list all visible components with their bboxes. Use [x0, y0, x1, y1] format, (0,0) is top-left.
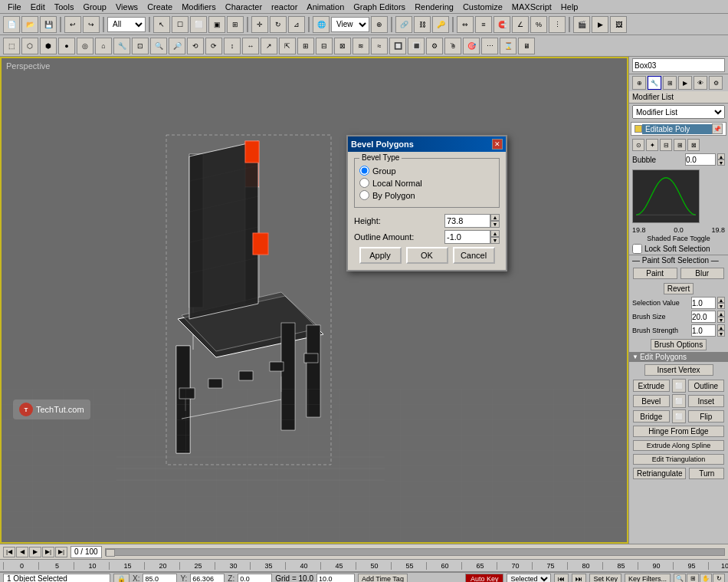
tb-move[interactable]: ✛ [251, 16, 268, 33]
tb2-25[interactable]: 🖱 [444, 38, 461, 54]
lock-soft-checkbox[interactable] [632, 244, 642, 254]
tb-save[interactable]: 💾 [40, 16, 57, 33]
ok-btn[interactable]: OK [406, 247, 448, 264]
tb2-24[interactable]: ⚙ [426, 38, 443, 54]
tb2-19[interactable]: ⊠ [334, 38, 351, 54]
sub-icon-3[interactable]: ⊟ [660, 139, 672, 151]
brush-str-up[interactable]: ▲ [717, 324, 725, 330]
paint-btn[interactable]: Paint [633, 268, 677, 279]
nav-orbit[interactable]: ↻ [713, 574, 725, 583]
selected-dropdown[interactable]: Selected [507, 574, 551, 583]
bubble-spin-down[interactable]: ▼ [717, 159, 725, 166]
tb2-21[interactable]: ≈ [371, 38, 388, 54]
tb-window[interactable]: ▣ [208, 16, 225, 33]
blur-btn[interactable]: Blur [680, 268, 725, 279]
outline-spin-down[interactable]: ▼ [490, 237, 500, 244]
tb2-8[interactable]: ⊡ [132, 38, 149, 54]
radio-by-polygon-input[interactable] [359, 190, 369, 200]
next-frame-btn[interactable]: ▶| [42, 547, 54, 557]
timeline-thumb[interactable] [106, 549, 115, 557]
brush-strength-input[interactable] [691, 324, 716, 337]
tb2-28[interactable]: ⌛ [500, 38, 516, 54]
tb-pivot[interactable]: ⊕ [371, 16, 388, 33]
tb2-17[interactable]: ⊞ [297, 38, 314, 54]
tb-bind[interactable]: 🔑 [432, 16, 449, 33]
tb-unlink[interactable]: ⛓ [414, 16, 431, 33]
sel-val-up[interactable]: ▲ [717, 297, 725, 303]
tb-scale[interactable]: ⊿ [288, 16, 305, 33]
edit-tri-btn[interactable]: Edit Triangulation [633, 454, 724, 465]
tb2-render[interactable]: 🖥 [518, 38, 535, 54]
tb2-7[interactable]: 🔧 [113, 38, 130, 54]
tb2-15[interactable]: ↗ [261, 38, 277, 54]
radio-group[interactable] [359, 166, 369, 176]
tb-view-dropdown[interactable]: View [331, 17, 369, 32]
tb-rotate[interactable]: ↻ [270, 16, 287, 33]
tb-snap[interactable]: 🧲 [494, 16, 510, 33]
radio-local-normal-input[interactable] [359, 178, 369, 188]
tab-hierarchy[interactable]: ⊞ [663, 76, 677, 90]
tb2-1[interactable]: ⬚ [3, 38, 20, 54]
tb2-2[interactable]: ⬡ [21, 38, 38, 54]
dialog-close-btn[interactable]: ✕ [492, 139, 503, 150]
tb2-27[interactable]: ⋯ [481, 38, 498, 54]
menu-group[interactable]: Group [78, 2, 111, 12]
bridge-settings[interactable]: ⬜ [672, 409, 686, 423]
tab-motion[interactable]: ▶ [678, 76, 692, 90]
nav-zoom[interactable]: 🔍 [674, 574, 686, 583]
menu-edit[interactable]: Edit [26, 2, 50, 12]
tb-open[interactable]: 📂 [21, 16, 38, 33]
outline-btn[interactable]: Outline [688, 380, 725, 392]
bevel-btn[interactable]: Bevel [633, 395, 670, 407]
tb2-20[interactable]: ≋ [353, 38, 369, 54]
add-time-tag-btn[interactable]: Add Time Tag [358, 574, 408, 583]
menu-modifiers[interactable]: Modifiers [177, 2, 221, 12]
turn-btn[interactable]: Turn [689, 468, 724, 479]
menu-character[interactable]: Character [221, 2, 267, 12]
set-key-btn[interactable]: Set Key [589, 574, 621, 583]
tb-mirror[interactable]: ⇔ [457, 16, 474, 33]
tb2-3[interactable]: ⬢ [40, 38, 57, 54]
tab-modify[interactable]: 🔧 [648, 76, 661, 90]
prev-key-btn[interactable]: ⏮ [554, 574, 569, 583]
bevel-settings[interactable]: ⬜ [672, 394, 686, 408]
tb2-22[interactable]: 🔲 [389, 38, 406, 54]
tb-region[interactable]: ⬜ [190, 16, 207, 33]
outline-spin-up[interactable]: ▲ [490, 230, 500, 237]
bridge-btn[interactable]: Bridge [633, 410, 670, 423]
tb-select[interactable]: ↖ [153, 16, 170, 33]
next-key-btn[interactable]: ⏭ [572, 574, 586, 583]
sub-icon-4[interactable]: ⊞ [674, 139, 686, 151]
bubble-input[interactable] [685, 153, 716, 166]
apply-btn[interactable]: Apply [359, 247, 402, 264]
y-input[interactable] [190, 574, 225, 583]
viewport[interactable]: Perspective [0, 57, 628, 544]
height-spin-up[interactable]: ▲ [490, 214, 500, 221]
sub-icon-2[interactable]: ✦ [646, 139, 658, 151]
tb-percent-snap[interactable]: % [530, 16, 547, 33]
brush-str-down[interactable]: ▼ [717, 330, 725, 337]
lock-btn[interactable]: 🔒 [113, 574, 130, 583]
brush-options-btn[interactable]: Brush Options [651, 339, 707, 350]
nav-pan[interactable]: ✋ [700, 574, 712, 583]
menu-customize[interactable]: Customize [458, 2, 507, 12]
sel-val-down[interactable]: ▼ [717, 303, 725, 309]
sub-icon-1[interactable]: ⊙ [632, 139, 644, 151]
retriangulate-btn[interactable]: Retriangulate [633, 468, 686, 479]
grid-value[interactable] [316, 574, 355, 583]
timeline-slider[interactable] [105, 548, 725, 556]
tb2-9[interactable]: 🔍 [150, 38, 167, 54]
tb2-5[interactable]: ◎ [77, 38, 93, 54]
tab-create[interactable]: ⊕ [632, 76, 646, 90]
tb-angle-snap[interactable]: ∠ [512, 16, 529, 33]
bubble-spin-up[interactable]: ▲ [717, 153, 725, 159]
height-input[interactable] [444, 214, 490, 228]
menu-help[interactable]: Help [556, 2, 583, 12]
modifier-dropdown[interactable]: Modifier List [632, 105, 725, 119]
auto-key-btn[interactable]: Auto Key [465, 574, 504, 583]
menu-views[interactable]: Views [111, 2, 143, 12]
extrude-btn[interactable]: Extrude [633, 380, 670, 392]
inset-btn[interactable]: Inset [688, 395, 725, 407]
menu-reactor[interactable]: reactor [267, 2, 302, 12]
modifier-pin[interactable]: 📌 [712, 123, 723, 134]
